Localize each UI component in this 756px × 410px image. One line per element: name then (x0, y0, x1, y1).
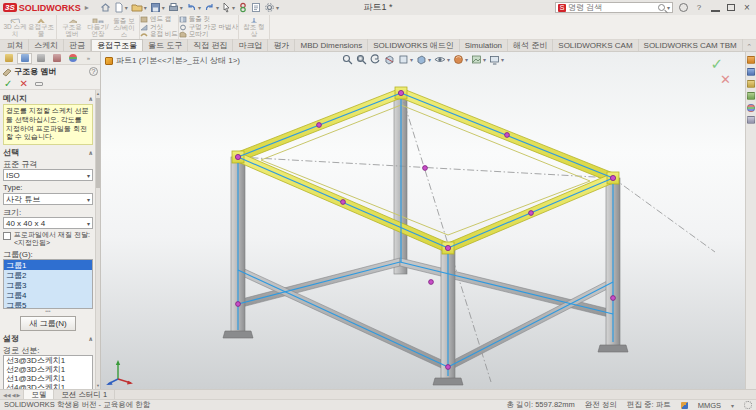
featuremanager-tab[interactable] (1, 53, 16, 64)
file-explorer-icon[interactable] (747, 80, 755, 88)
weld-bead-button[interactable]: 용접 비드 (140, 31, 178, 38)
graphics-viewport[interactable]: 파트1 (기본<<기본>_표시 상태 1>) ▾ ▾ ▾ ▾ ▾ ▾ ✓ ✕ (101, 52, 745, 389)
breadcrumb[interactable]: 파트1 (기본<<기본>_표시 상태 1>) (105, 55, 240, 66)
tab-weldments[interactable]: 용접구조물 (91, 39, 143, 51)
breadcrumb-text[interactable]: 파트1 (기본<<기본>_표시 상태 1>) (116, 55, 240, 66)
tab-solidworks-cam[interactable]: SOLIDWORKS CAM (553, 39, 638, 51)
tab-addins[interactable]: SOLIDWORKS 애드인 (368, 39, 459, 51)
save-button[interactable]: ▾ (149, 1, 166, 14)
hide-show-items-button[interactable]: ▾ (434, 54, 450, 65)
print-button[interactable]: ▾ (167, 1, 184, 14)
selection-section-header[interactable]: 선택∧ (3, 147, 93, 157)
nav-next-icon[interactable]: ▶ (17, 392, 21, 398)
section-view-button[interactable] (384, 54, 395, 65)
tab-direct-editing[interactable]: 직접 편집 (188, 39, 233, 51)
chevron-down-icon[interactable]: ▾ (447, 56, 450, 63)
view-palette-icon[interactable] (747, 92, 755, 100)
tab-sketch[interactable]: 스케치 (29, 39, 64, 51)
unit-system[interactable]: MMGS (698, 401, 721, 410)
chevron-down-icon[interactable]: ▾ (465, 56, 468, 63)
restore-button[interactable] (725, 2, 737, 14)
model-tab[interactable]: 모델 (24, 390, 54, 399)
tab-mold-tools[interactable]: 몰드 도구 (143, 39, 188, 51)
chevron-down-icon[interactable]: ▾ (483, 56, 486, 63)
home-button[interactable] (99, 1, 112, 14)
zoom-area-button[interactable] (356, 54, 367, 65)
nav-first-icon[interactable]: ◀◀ (3, 392, 11, 398)
keep-visible-pin-icon[interactable] (35, 82, 43, 86)
confirm-cancel-button[interactable]: ✕ (720, 74, 731, 85)
scroll-down-icon[interactable]: ▼ (96, 383, 100, 388)
dimxpertmanager-tab[interactable] (49, 53, 64, 64)
view-orientation-button[interactable]: ▾ (398, 54, 413, 65)
open-button[interactable]: ▾ (130, 1, 148, 14)
chevron-down-icon[interactable]: ▾ (501, 56, 504, 63)
configurationmanager-tab[interactable] (33, 53, 48, 64)
message-section-header[interactable]: 메시지∧ (3, 93, 93, 103)
login-button[interactable] (677, 2, 689, 14)
tab-simulation[interactable]: Simulation (460, 39, 508, 51)
reference-geometry-button[interactable]: 참조 형상 (241, 16, 267, 38)
file-properties-button[interactable] (250, 1, 262, 14)
group-list-item[interactable]: 그룹4 (4, 290, 92, 300)
structural-member-button[interactable]: 구조용 멤버 (59, 16, 85, 38)
pm-scrollbar[interactable]: ▲ ▼ (95, 90, 100, 389)
propertymanager-tab[interactable] (17, 53, 32, 64)
solidworks-logo[interactable]: 3S SOLIDWORKS ▸ (3, 3, 89, 13)
rebuild-button[interactable] (237, 1, 249, 14)
nav-prev-icon[interactable]: ◀ (12, 392, 16, 398)
minimize-button[interactable] (709, 2, 721, 14)
search-icon[interactable] (658, 4, 665, 11)
tab-evaluate[interactable]: 평가 (268, 39, 295, 51)
undo-button[interactable]: ▾ (185, 1, 202, 14)
weldment-button[interactable]: 용접구조물 (28, 16, 54, 38)
chevron-down-icon[interactable]: ▾ (410, 56, 413, 63)
tab-analysis-prep[interactable]: 해석 준비 (508, 39, 553, 51)
edit-appearance-button[interactable]: ▾ (453, 54, 468, 65)
search-input[interactable] (568, 3, 656, 12)
tab-navigation[interactable]: ◀◀ ◀ ▶ (0, 390, 24, 399)
settings-section-header[interactable]: 설정∧ (3, 333, 93, 343)
select-button[interactable]: ▾ (221, 1, 236, 14)
appearances-icon[interactable] (747, 104, 755, 112)
tab-sheet-metal[interactable]: 판금 (64, 39, 91, 51)
units-caret-icon[interactable]: ▾ (731, 402, 734, 409)
chevron-down-icon[interactable]: ▾ (428, 56, 431, 63)
tab-mbd-dimensions[interactable]: MBD Dimensions (295, 39, 368, 51)
ribbon-collapse-icon[interactable]: ⌃ (746, 43, 756, 51)
size-dropdown[interactable]: 40 x 40 x 4▾ (3, 217, 93, 229)
extruded-boss-button[interactable]: 돌출 보스/베이스 (111, 16, 137, 38)
apply-scene-button[interactable]: ▾ (471, 54, 486, 65)
group-list-item[interactable]: 그룹1 (4, 260, 92, 270)
weldment-frame-model[interactable] (101, 52, 745, 389)
hole-wizard-button[interactable]: 구멍 가공 마법사 (179, 24, 238, 31)
design-library-icon[interactable] (747, 68, 755, 76)
tab-markup[interactable]: 마크업 (233, 39, 268, 51)
motion-study-tab[interactable]: 모션 스터디 1 (54, 390, 115, 399)
previous-view-button[interactable] (370, 54, 381, 65)
status-options-gear-icon[interactable] (744, 401, 752, 409)
tab-features[interactable]: 피쳐 (2, 39, 29, 51)
type-dropdown[interactable]: 사각 튜브▾ (3, 193, 93, 205)
ok-button[interactable]: ✓ (4, 78, 12, 89)
pm-help-icon[interactable]: ? (89, 67, 98, 76)
trim-extend-button[interactable]: 다듬기/연장 (85, 16, 111, 38)
command-search[interactable]: S ▾ (555, 2, 673, 13)
zoom-fit-button[interactable] (342, 54, 353, 65)
close-button[interactable]: × (741, 2, 753, 14)
tab-solidworks-cam-tbm[interactable]: SOLIDWORKS CAM TBM (639, 39, 743, 51)
panel-tabs-overflow[interactable]: » (81, 53, 96, 64)
logo-flyout-arrow-icon[interactable]: ▸ (85, 3, 89, 12)
diagonal-brace-members[interactable] (238, 258, 613, 371)
scroll-thumb[interactable] (96, 98, 100, 188)
group-list-item[interactable]: 그룹3 (4, 280, 92, 290)
scroll-up-icon[interactable]: ▲ (96, 91, 100, 96)
redo-button[interactable]: ▾ (203, 1, 220, 14)
group-list-item[interactable]: 그룹2 (4, 270, 92, 280)
list-resize-grip[interactable]: ••• (3, 310, 93, 314)
transfer-material-checkbox[interactable] (3, 232, 11, 240)
search-caret-icon[interactable]: ▾ (667, 4, 670, 11)
new-group-button[interactable]: 새 그룹(N) (20, 316, 75, 331)
help-button[interactable]: ? (693, 2, 705, 14)
standard-dropdown[interactable]: ISO▾ (3, 169, 93, 181)
